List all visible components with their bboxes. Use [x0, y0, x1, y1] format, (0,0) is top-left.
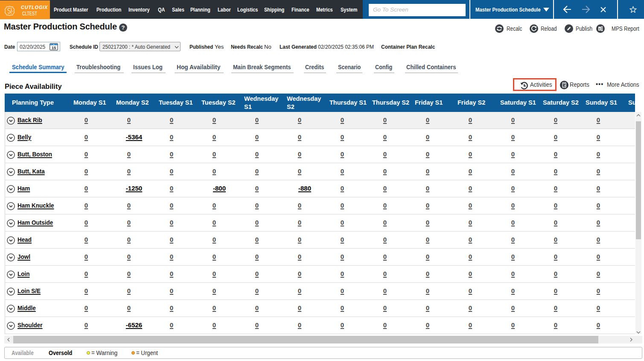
svg-text:?: ?: [122, 24, 125, 31]
svg-text:15: 15: [52, 45, 56, 50]
svg-text:x: x: [599, 27, 600, 30]
